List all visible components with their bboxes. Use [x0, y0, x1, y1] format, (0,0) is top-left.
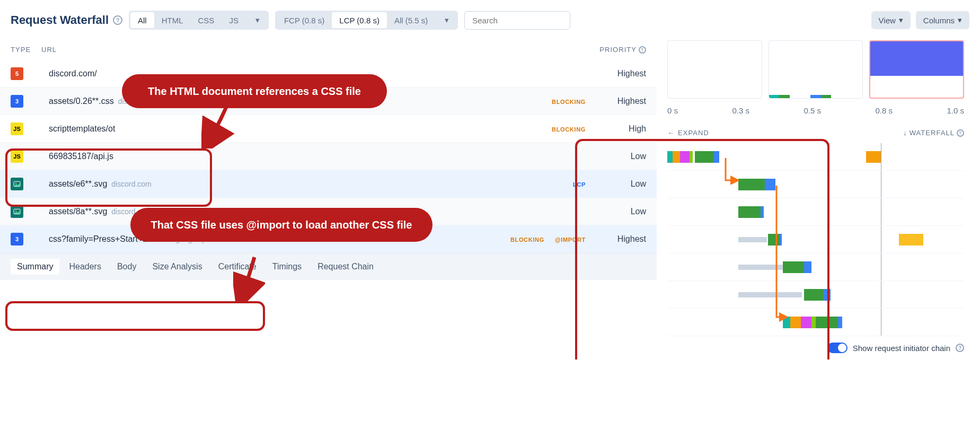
- html-icon: 5: [11, 67, 23, 80]
- filter-all[interactable]: All: [130, 12, 154, 28]
- filmstrip-frame[interactable]: [769, 40, 863, 99]
- timeline-tick: 0.8 s: [875, 106, 893, 115]
- page-title: Request Waterfall ?: [11, 13, 122, 27]
- annotation-arrow-first: [201, 101, 239, 148]
- timeline-tick: 0.5 s: [804, 106, 821, 115]
- request-priority: Low: [593, 179, 646, 189]
- waterfall-bar[interactable]: [667, 143, 964, 171]
- timeline-tick: 1.0 s: [947, 106, 964, 115]
- filter-all-time[interactable]: All (5.5 s): [387, 12, 435, 28]
- filter-fcp[interactable]: FCP (0.8 s): [277, 12, 332, 28]
- type-filter-group: All HTML CSS JS: [129, 11, 269, 30]
- filmstrip-frame[interactable]: [667, 40, 762, 99]
- waterfall-bar[interactable]: [667, 281, 964, 309]
- filter-more[interactable]: [246, 12, 267, 28]
- request-priority: Highest: [593, 97, 646, 106]
- timing-filter-group: FCP (0.8 s) LCP (0.8 s) All (5.5 s): [275, 11, 458, 30]
- badge-import: @IMPORT: [552, 235, 589, 244]
- svg-point-1: [15, 182, 16, 183]
- js-icon: JS: [11, 122, 23, 135]
- tab-summary[interactable]: Summary: [11, 259, 59, 275]
- help-icon[interactable]: ?: [113, 15, 122, 25]
- tab-size analysis[interactable]: Size Analysis: [146, 259, 208, 275]
- help-icon[interactable]: ?: [957, 129, 964, 137]
- request-domain: discord.com: [111, 180, 151, 188]
- filmstrip: [667, 40, 964, 99]
- filter-html[interactable]: HTML: [154, 12, 191, 28]
- columns-dropdown[interactable]: Columns ▾: [916, 11, 969, 29]
- waterfall-bar[interactable]: [667, 226, 964, 253]
- initiator-arrow: [774, 185, 788, 322]
- filter-time-more[interactable]: [435, 12, 456, 28]
- view-dropdown-label: View: [879, 16, 896, 25]
- help-icon[interactable]: ?: [639, 46, 646, 54]
- request-url: scripttemplates/ot: [49, 124, 115, 134]
- request-url: 669835187/api.js: [49, 152, 113, 161]
- request-row[interactable]: JS 669835187/api.js Low: [0, 143, 657, 170]
- initiator-arrow: [723, 157, 739, 185]
- request-row[interactable]: assets/e6**.svgdiscord.com LCP Low: [0, 170, 657, 198]
- tab-headers[interactable]: Headers: [63, 259, 107, 275]
- col-header-type: TYPE: [11, 46, 41, 54]
- filter-lcp[interactable]: LCP (0.8 s): [332, 12, 387, 28]
- filter-js[interactable]: JS: [222, 12, 246, 28]
- initiator-chain-label: Show request initiator chain: [853, 344, 950, 353]
- svg-point-3: [15, 210, 16, 211]
- waterfall-bar[interactable]: [667, 253, 964, 281]
- view-dropdown[interactable]: View ▾: [871, 11, 911, 29]
- col-header-url: URL: [41, 46, 593, 54]
- waterfall-chart: [667, 143, 964, 336]
- waterfall-bar[interactable]: [667, 309, 964, 336]
- tab-body[interactable]: Body: [111, 259, 143, 275]
- initiator-chain-toggle[interactable]: [827, 343, 847, 353]
- request-url: assets/0.26**.css: [49, 97, 114, 106]
- badge-lcp: LCP: [570, 180, 589, 189]
- detail-tabs: SummaryHeadersBodySize AnalysisCertifica…: [0, 253, 657, 280]
- badge-blocking: BLOCKING: [549, 98, 589, 106]
- search-input[interactable]: [464, 11, 570, 30]
- request-url: assets/8a**.svg: [49, 207, 107, 216]
- columns-dropdown-label: Columns: [923, 16, 955, 25]
- annotation-bubble-first: The HTML document references a CSS file: [122, 74, 387, 108]
- css-icon: 3: [11, 233, 23, 246]
- request-priority: Highest: [593, 234, 646, 244]
- timeline-tick: 0 s: [667, 106, 678, 115]
- tab-request chain[interactable]: Request Chain: [311, 259, 380, 275]
- page-title-text: Request Waterfall: [11, 13, 109, 27]
- tab-timings[interactable]: Timings: [266, 259, 308, 275]
- badge-blocking: BLOCKING: [507, 235, 548, 244]
- filter-css[interactable]: CSS: [191, 12, 222, 28]
- request-row[interactable]: JS scripttemplates/ot BLOCKING High: [0, 115, 657, 143]
- js-icon: JS: [11, 150, 23, 163]
- annotation-arrow-second: [233, 255, 265, 302]
- help-icon[interactable]: ?: [956, 344, 964, 352]
- request-priority: Low: [593, 207, 646, 216]
- request-priority: High: [593, 124, 646, 134]
- badge-blocking: BLOCKING: [549, 125, 589, 134]
- timeline-axis: 0 s0.3 s0.5 s0.8 s1.0 s: [667, 103, 964, 124]
- request-url: discord.com/: [49, 69, 97, 78]
- image-icon: [11, 178, 23, 190]
- annotation-bubble-second: That CSS file uses @import to load anoth…: [130, 208, 432, 242]
- waterfall-bar[interactable]: [667, 171, 964, 198]
- col-header-priority: PRIORITY?: [593, 46, 646, 54]
- request-url: assets/e6**.svg: [49, 179, 107, 189]
- timeline-tick: 0.3 s: [732, 106, 749, 115]
- request-priority: Low: [593, 152, 646, 161]
- request-priority: Highest: [593, 69, 646, 78]
- col-header-waterfall: ↓ WATERFALL ?: [903, 129, 964, 137]
- image-icon: [11, 205, 23, 218]
- css-icon: 3: [11, 95, 23, 108]
- filmstrip-frame-active[interactable]: [869, 40, 964, 99]
- waterfall-bar[interactable]: [667, 198, 964, 226]
- expand-waterfall[interactable]: ← EXPAND: [667, 129, 709, 137]
